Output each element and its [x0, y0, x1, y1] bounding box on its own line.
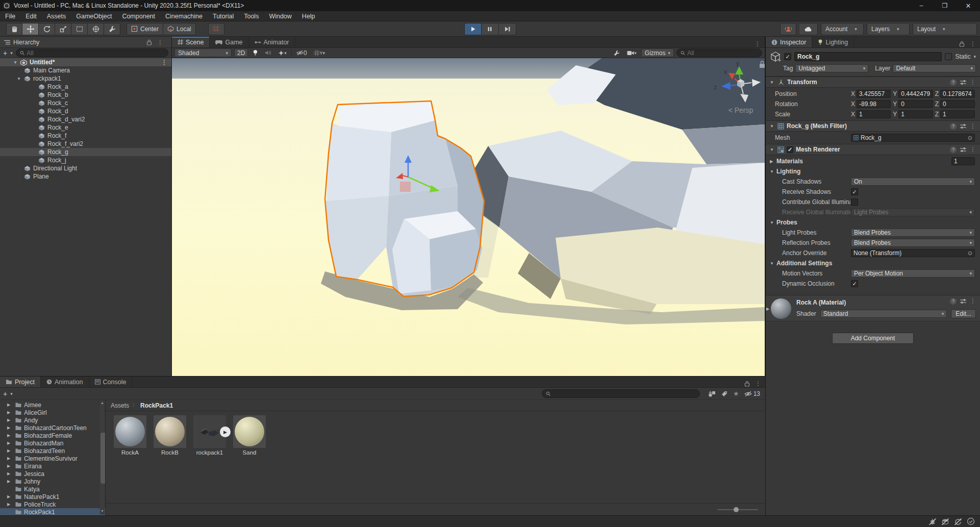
grid-snap-button[interactable]	[208, 23, 224, 35]
object-picker-icon[interactable]: ⊙	[968, 250, 972, 257]
layers-dropdown[interactable]: Layers▾	[867, 23, 910, 35]
thumbnail-size-slider[interactable]	[717, 509, 758, 510]
rotate-tool-button[interactable]	[39, 23, 55, 35]
asset-item[interactable]: RockB	[153, 415, 187, 456]
scene-audio-toggle[interactable]	[263, 48, 273, 57]
anchor-override-field[interactable]: None (Transform)⊙	[851, 249, 975, 257]
active-checkbox[interactable]: ✓	[784, 53, 791, 60]
folder-row[interactable]: ▶NaturePack1	[0, 493, 105, 500]
folder-row[interactable]: ▶ClementineSurvivor	[0, 455, 105, 462]
scene-viewport[interactable]: y x z < Persp	[172, 58, 765, 376]
hierarchy-item[interactable]: Rock_d	[0, 107, 171, 115]
position-x-field[interactable]: 3.425557	[857, 90, 891, 98]
folder-scrollbar[interactable]: ▲ ▼	[100, 401, 105, 514]
folder-row[interactable]: ▶Eirana	[0, 462, 105, 470]
create-asset-button[interactable]: +	[3, 391, 7, 396]
breadcrumb-root[interactable]: Assets	[111, 402, 129, 409]
materials-count-field[interactable]: 1	[951, 157, 975, 165]
asset-item[interactable]: ▶ rockpack1	[193, 415, 227, 456]
meshrenderer-enabled-checkbox[interactable]: ✓	[787, 146, 793, 153]
scale-x-field[interactable]: 1	[857, 110, 891, 118]
gameobject-name-field[interactable]: Rock_g	[794, 52, 942, 61]
menu-tools[interactable]: Tools	[239, 11, 264, 21]
status-check-icon[interactable]	[967, 517, 975, 525]
scale-y-field[interactable]: 1	[898, 110, 933, 118]
pause-button[interactable]	[482, 23, 499, 35]
project-search-input[interactable]	[553, 390, 696, 397]
expander-icon[interactable]: ▼	[17, 77, 23, 81]
foldout-icon[interactable]: ▶	[766, 307, 769, 311]
scene-tab-menu-icon[interactable]: ⋮	[755, 40, 761, 47]
foldout-icon[interactable]: ▼	[770, 261, 774, 266]
hidden-packages-toggle[interactable]: 13	[744, 390, 760, 397]
project-menu-icon[interactable]: ⋮	[755, 380, 761, 387]
presets-icon[interactable]	[960, 298, 966, 304]
menu-window[interactable]: Window	[264, 11, 296, 21]
meshrenderer-component-header[interactable]: ▼ ✓ Mesh Renderer ? ⋮	[766, 144, 980, 155]
receive-shadows-checkbox[interactable]: ✓	[851, 188, 858, 195]
hierarchy-item[interactable]: Rock_c	[0, 99, 171, 107]
static-caret-icon[interactable]: ▾	[973, 54, 976, 59]
folder-row[interactable]: ▶BiohazardMan	[0, 439, 105, 447]
move-tool-button[interactable]	[22, 23, 39, 35]
inspector-menu-icon[interactable]: ⋮	[970, 40, 976, 47]
help-icon[interactable]: ?	[950, 79, 957, 86]
folder-row[interactable]: ▶PoliceTruck	[0, 500, 105, 508]
meshfilter-component-header[interactable]: ▼ Rock_g (Mesh Filter) ? ⋮	[766, 120, 980, 132]
tab-lighting[interactable]: Lighting	[812, 37, 854, 47]
presets-icon[interactable]	[960, 123, 966, 129]
layer-dropdown[interactable]: Default▾	[893, 64, 976, 72]
menu-edit[interactable]: Edit	[20, 11, 42, 21]
foldout-icon[interactable]: ▼	[770, 169, 774, 174]
refresh-disabled-icon[interactable]	[954, 518, 962, 525]
scene-search[interactable]	[676, 48, 762, 57]
collab-button[interactable]	[780, 23, 796, 35]
hierarchy-item[interactable]: Rock_e	[0, 123, 171, 132]
pivot-local-button[interactable]: Local	[163, 23, 196, 35]
tab-console[interactable]: Console	[89, 377, 133, 387]
hierarchy-item[interactable]: Rock_f	[0, 132, 171, 140]
breadcrumb-current[interactable]: RockPack1	[140, 402, 173, 409]
help-icon[interactable]: ?	[950, 298, 957, 305]
asset-item[interactable]: RockA	[113, 415, 147, 456]
hierarchy-item[interactable]: Rock_a	[0, 83, 171, 91]
account-dropdown[interactable]: Account▾	[821, 23, 864, 35]
debugger-disabled-icon[interactable]	[928, 518, 937, 525]
perspective-label[interactable]: < Persp	[728, 106, 753, 114]
hierarchy-item[interactable]: Rock_d_vari2	[0, 115, 171, 123]
add-component-button[interactable]: Add Component	[832, 333, 914, 344]
search-by-label-icon[interactable]	[721, 390, 728, 397]
foldout-icon[interactable]: ▼	[770, 147, 775, 152]
shading-mode-dropdown[interactable]: Shaded ▾	[174, 48, 232, 57]
menu-assets[interactable]: Assets	[42, 11, 71, 21]
scene-effects-dropdown[interactable]: ▾	[276, 48, 289, 57]
transform-component-header[interactable]: ▼ Transform ? ⋮	[766, 77, 980, 88]
position-z-field[interactable]: 0.1278674	[940, 90, 975, 98]
favorites-star-icon[interactable]: ★	[733, 390, 739, 397]
shader-edit-button[interactable]: Edit...	[951, 309, 976, 318]
scene-camera-dropdown[interactable]: ▾	[625, 48, 639, 57]
play-button[interactable]	[464, 23, 482, 35]
lighting-foldout-row[interactable]: ▼Lighting	[766, 166, 980, 177]
hierarchy-item[interactable]: Directional Light	[0, 164, 171, 172]
scene-lighting-toggle[interactable]	[250, 48, 260, 57]
component-menu-icon[interactable]: ⋮	[970, 146, 976, 153]
rotation-z-field[interactable]: 0	[940, 100, 975, 108]
object-picker-icon[interactable]: ⊙	[968, 135, 972, 141]
grid-visibility-dropdown[interactable]: Y ▾	[312, 48, 328, 57]
asset-item[interactable]: Sand	[233, 415, 266, 456]
tab-animation[interactable]: Animation	[41, 377, 89, 387]
reflection-probes-dropdown[interactable]: Blend Probes▾	[851, 239, 975, 247]
lock-icon[interactable]	[146, 39, 152, 45]
foldout-icon[interactable]: ▶	[770, 159, 774, 164]
tab-game[interactable]: Game	[210, 37, 248, 47]
menu-component[interactable]: Component	[117, 11, 160, 21]
hidden-objects-toggle[interactable]: 0	[294, 48, 309, 57]
cloud-button[interactable]	[799, 23, 818, 35]
close-button[interactable]: ✕	[957, 0, 980, 11]
tab-inspector[interactable]: Inspector	[766, 37, 812, 47]
position-y-field[interactable]: 0.4442479	[898, 90, 933, 98]
rect-tool-button[interactable]	[71, 23, 88, 35]
hierarchy-item[interactable]: ▼ rockpack1	[0, 74, 171, 83]
static-checkbox[interactable]	[945, 53, 952, 60]
